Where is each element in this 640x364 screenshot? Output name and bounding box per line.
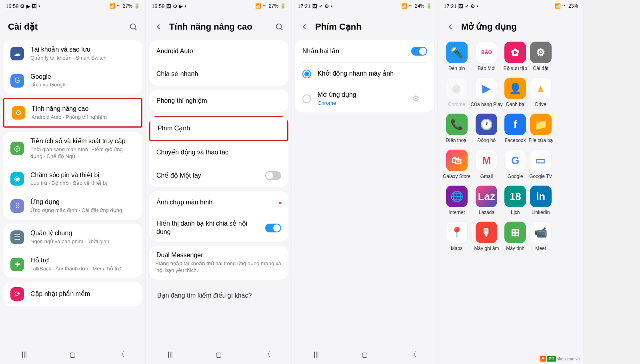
radio-camera[interactable]	[302, 70, 311, 78]
app-galaxy-store[interactable]: 🛍Galaxy Store	[443, 148, 470, 181]
app-icon: ⚙	[530, 42, 552, 63]
app-gmail[interactable]: MGmail	[470, 148, 502, 181]
item-dual-messenger[interactable]: Dual MessengerĐăng nhập tài khoản thứ ha…	[149, 246, 288, 280]
status-right: 📶 ᯤ 27%🔋	[109, 3, 140, 9]
app-lazada[interactable]: LazLazada	[470, 184, 502, 217]
item-show-contacts-sharing[interactable]: Hiển thị danh bạ khi chia sẻ nội dung	[149, 214, 288, 242]
app-đồng-hồ[interactable]: 🕐Đồng hồ	[470, 112, 502, 145]
app-label: Chrome	[448, 102, 465, 107]
item-general-management[interactable]: ☰ Quản lý chungNgôn ngữ và bàn phím · Th…	[3, 224, 142, 251]
item-labs[interactable]: Phòng thí nghiệm	[149, 90, 288, 112]
app-cài-đặt[interactable]: ⚙Cài đặt	[528, 40, 554, 73]
app-icon: ⊞	[504, 222, 526, 243]
app-grid-container: 🔦Đèn pinBÁOBáo Mới✿Bộ sưu tập⚙Cài đặt◉Ch…	[438, 36, 584, 364]
watermark: FPTshop.com.vn	[540, 356, 580, 362]
item-android-auto[interactable]: Android Auto	[149, 40, 288, 63]
app-linkedin[interactable]: inLinkedIn	[528, 184, 554, 217]
app-label: Cài đặt	[533, 66, 548, 71]
app-danh-bạ[interactable]: 👤Danh bạ	[502, 76, 528, 109]
header: Cài đặt	[0, 12, 146, 40]
back-icon[interactable]	[154, 22, 163, 31]
app-spacer	[553, 220, 579, 253]
app-máy-tính[interactable]: ⊞Máy tính	[502, 220, 528, 253]
app-label: Điện thoại	[446, 138, 468, 143]
app-máy-ghi-âm[interactable]: 🎙Máy ghi âm	[470, 220, 502, 253]
app-label: Google TV	[529, 174, 552, 179]
app-điện-thoại[interactable]: 📞Điện thoại	[443, 112, 470, 145]
recents-button[interactable]: |||	[166, 350, 175, 359]
option-quick-launch-camera[interactable]: Khởi động nhanh máy ảnh	[302, 62, 427, 85]
back-icon[interactable]	[446, 22, 455, 31]
item-double-press[interactable]: Nhấn hai lần	[295, 40, 434, 62]
svg-line-1	[135, 29, 137, 30]
app-label: Máy ghi âm	[474, 246, 499, 251]
app-báo-mới[interactable]: BÁOBáo Mới	[470, 40, 502, 73]
app-internet[interactable]: 🌐Internet	[443, 184, 470, 217]
item-side-key[interactable]: Phím Cạnh	[149, 116, 288, 141]
settings-group: ☰ Quản lý chungNgôn ngữ và bàn phím · Th…	[3, 224, 142, 278]
item-motions-gestures[interactable]: Chuyển động và thao tác	[149, 141, 288, 164]
app-maps[interactable]: 📍Maps	[443, 220, 470, 253]
app-chrome[interactable]: ◉Chrome	[443, 76, 470, 109]
app-label: Google	[508, 174, 523, 179]
care-icon: ◉	[10, 172, 24, 186]
home-button[interactable]: ▢	[68, 350, 78, 359]
item-accessibility[interactable]: ✚ Hỗ trợTalkBack · Âm thanh đơn · Menu h…	[3, 251, 142, 278]
item-advanced-features[interactable]: ⚙ Tính năng nâng caoAndroid Auto · Phòng…	[4, 99, 141, 126]
item-screenshots[interactable]: Ảnh chụp màn hình■	[149, 191, 288, 214]
accessibility-icon: ✚	[10, 258, 24, 271]
recents-button[interactable]: |||	[312, 350, 321, 359]
option-open-app[interactable]: Mở ứng dụngChrome ⚙	[302, 85, 427, 112]
search-prompt[interactable]: Bạn đang tìm kiếm điều gì khác?	[149, 284, 288, 307]
home-button[interactable]: ▢	[360, 350, 370, 359]
settings-list: ☁ Tài khoản và sao lưuQuản lý tài khoản …	[0, 40, 146, 345]
search-icon[interactable]	[129, 22, 138, 31]
app-facebook[interactable]: fFacebook	[502, 112, 528, 145]
back-button[interactable]: 〈	[116, 350, 126, 359]
home-button[interactable]: ▢	[214, 350, 224, 359]
app-label: Đồng hồ	[477, 138, 496, 143]
item-software-update[interactable]: ⟳ Cập nhật phần mềm	[3, 282, 142, 306]
google-icon: G	[10, 74, 24, 88]
gear-icon[interactable]: ⚙	[412, 94, 420, 104]
item-device-care[interactable]: ◉ Chăm sóc pin và thiết bịLưu trữ · Bộ n…	[3, 166, 142, 193]
settings-group: ◎ Tiện ích số và kiểm soát truy cậpThời …	[3, 132, 142, 220]
item-accounts-backup[interactable]: ☁ Tài khoản và sao lưuQuản lý tài khoản …	[3, 40, 142, 67]
app-icon: ◉	[446, 78, 468, 99]
app-cửa-hàng-play[interactable]: ▶Cửa hàng Play	[470, 76, 502, 109]
app-google-tv[interactable]: ▭Google TV	[528, 148, 554, 181]
item-google[interactable]: G GoogleDịch vụ Google	[3, 67, 142, 94]
app-google[interactable]: GGoogle	[502, 148, 528, 181]
item-one-handed-mode[interactable]: Chế độ Một tay	[149, 164, 288, 187]
app-bộ-sưu-tập[interactable]: ✿Bộ sưu tập	[502, 40, 528, 73]
page-title: Cài đặt	[8, 22, 122, 32]
item-title: Google	[30, 73, 135, 81]
search-icon[interactable]	[275, 22, 284, 31]
item-quick-share[interactable]: Chia sẻ nhanh	[149, 63, 288, 86]
back-icon[interactable]	[300, 22, 309, 31]
back-button[interactable]: 〈	[262, 350, 272, 359]
app-đèn-pin[interactable]: 🔦Đèn pin	[443, 40, 470, 73]
recents-button[interactable]: |||	[20, 350, 29, 359]
app-label: Bộ sưu tập	[504, 66, 527, 71]
nav-bar: ||| ▢ 〈	[0, 345, 146, 364]
app-icon: f	[504, 114, 526, 135]
status-bar: 16:58 ⚙ ▶ 🖼 • 📶 ᯤ 27%🔋	[0, 0, 146, 12]
toggle-double-press[interactable]	[411, 47, 427, 56]
settings-group: ⟳ Cập nhật phần mềm	[3, 282, 142, 306]
app-icon: 👤	[504, 78, 526, 99]
back-button[interactable]: 〈	[408, 350, 418, 359]
app-lịch[interactable]: 18Lịch	[502, 184, 528, 217]
app-file-của-bạ[interactable]: 📁File của bạ	[528, 112, 554, 145]
item-digital-wellbeing[interactable]: ◎ Tiện ích số và kiểm soát truy cậpThời …	[3, 132, 142, 166]
app-drive[interactable]: ▲Drive	[528, 76, 554, 109]
item-apps[interactable]: ⠿ Ứng dụngỨng dụng mặc định · Cài đặt ứn…	[3, 192, 142, 220]
screen-advanced-features: 16:58 🖼 ⚙ ▶ • 📶 ᯤ 27%🔋 Tính năng nâng ca…	[146, 0, 292, 364]
toggle-contacts-sharing[interactable]	[265, 224, 281, 232]
app-label: File của bạ	[529, 138, 553, 143]
app-meet[interactable]: 📹Meet	[528, 220, 554, 253]
radio-open-app[interactable]	[302, 94, 311, 103]
page-title: Phím Cạnh	[315, 22, 430, 32]
page-title: Mở ứng dụng	[461, 22, 576, 32]
toggle-one-handed[interactable]	[265, 171, 281, 180]
